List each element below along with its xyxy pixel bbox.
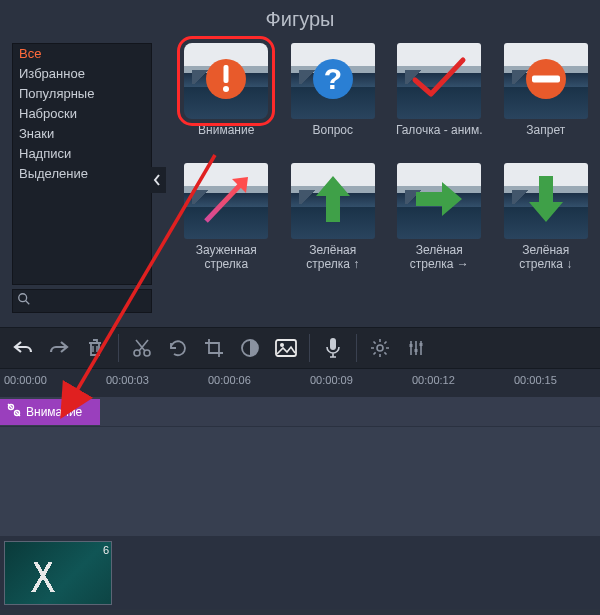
timeline-ruler[interactable]: 00:00:00 00:00:03 00:00:06 00:00:09 00:0… (0, 369, 600, 397)
question-icon: ? (311, 57, 355, 105)
title-clip-label: Внимание (26, 405, 82, 419)
color-adjust-button[interactable] (233, 331, 267, 365)
category-sketches[interactable]: Наброски (13, 104, 151, 124)
svg-line-9 (206, 183, 242, 221)
svg-point-0 (19, 294, 27, 302)
narrow-arrow-icon (196, 169, 256, 233)
undo-button[interactable] (6, 331, 40, 365)
title-track[interactable]: Внимание (0, 397, 600, 427)
shape-tile-arrow-down[interactable]: Зелёная стрелка ↓ (500, 163, 593, 273)
clip-duration: 6 (103, 544, 109, 556)
shape-grid: Внимание ? Вопрос Галочка - аним. (160, 43, 592, 273)
video-clip[interactable]: 6 (4, 541, 112, 605)
ruler-tick: 00:00:15 (514, 374, 557, 386)
exclamation-icon (204, 57, 248, 105)
shape-tile-checkmark[interactable]: Галочка - аним. (393, 43, 486, 153)
shape-caption: Запрет (526, 123, 565, 153)
svg-point-4 (223, 86, 229, 92)
svg-rect-17 (276, 340, 296, 356)
svg-rect-25 (415, 349, 418, 352)
category-signs[interactable]: Знаки (13, 124, 151, 144)
svg-rect-24 (410, 344, 413, 347)
arrow-down-icon (523, 172, 569, 230)
shape-caption: Галочка - аним. (396, 123, 483, 153)
timeline-tracks: Внимание 6 (0, 397, 600, 609)
shape-caption: Вопрос (312, 123, 353, 153)
shape-tile-arrow-up[interactable]: Зелёная стрелка ↑ (287, 163, 380, 273)
shape-tile-attention[interactable]: Внимание (180, 43, 273, 153)
arrow-up-icon (310, 172, 356, 230)
shape-caption: Зауженная стрелка (180, 243, 273, 273)
crop-button[interactable] (197, 331, 231, 365)
arrow-right-icon (412, 176, 466, 226)
search-input[interactable] (31, 294, 181, 308)
svg-text:?: ? (324, 62, 342, 95)
ruler-tick: 00:00:09 (310, 374, 353, 386)
shape-tile-narrow-arrow[interactable]: Зауженная стрелка (180, 163, 273, 273)
panel-title: Фигуры (0, 0, 600, 37)
svg-rect-8 (532, 76, 560, 83)
redo-button[interactable] (42, 331, 76, 365)
category-captions[interactable]: Надписи (13, 144, 151, 164)
ruler-tick: 00:00:12 (412, 374, 455, 386)
empty-track[interactable] (0, 427, 600, 537)
sliders-button[interactable] (399, 331, 433, 365)
shape-tile-arrow-right[interactable]: Зелёная стрелка → (393, 163, 486, 273)
scroll-left-button[interactable] (148, 167, 166, 193)
svg-rect-3 (224, 65, 229, 83)
image-button[interactable] (269, 331, 303, 365)
category-all[interactable]: Все (13, 44, 151, 64)
svg-line-1 (26, 301, 30, 305)
shape-caption: Зелёная стрелка ↑ (287, 243, 380, 273)
ruler-tick: 00:00:00 (4, 374, 47, 386)
timeline-toolbar (0, 327, 600, 369)
title-clip[interactable]: Внимание (0, 399, 100, 425)
svg-point-20 (377, 345, 383, 351)
no-entry-icon (524, 57, 568, 105)
category-list: Все Избранное Популярные Наброски Знаки … (12, 43, 152, 285)
ruler-tick: 00:00:06 (208, 374, 251, 386)
shape-browser: Все Избранное Популярные Наброски Знаки … (0, 37, 600, 327)
delete-button[interactable] (78, 331, 112, 365)
shape-caption: Внимание (198, 123, 254, 153)
mic-button[interactable] (316, 331, 350, 365)
shape-caption: Зелёная стрелка → (393, 243, 486, 273)
svg-rect-19 (330, 338, 336, 350)
settings-button[interactable] (363, 331, 397, 365)
category-popular[interactable]: Популярные (13, 84, 151, 104)
category-sidebar: Все Избранное Популярные Наброски Знаки … (0, 37, 160, 327)
checkmark-icon (409, 54, 469, 108)
category-highlight[interactable]: Выделение (13, 164, 151, 184)
svg-rect-26 (420, 343, 423, 346)
ruler-tick: 00:00:03 (106, 374, 149, 386)
shape-tile-question[interactable]: ? Вопрос (287, 43, 380, 153)
category-favorites[interactable]: Избранное (13, 64, 151, 84)
shape-grid-wrap: Внимание ? Вопрос Галочка - аним. (160, 37, 600, 327)
search-icon (17, 292, 31, 310)
shape-caption: Зелёная стрелка ↓ (500, 243, 593, 273)
search-row (12, 289, 152, 313)
title-clip-icon (6, 402, 22, 421)
rotate-button[interactable] (161, 331, 195, 365)
svg-point-18 (280, 343, 284, 347)
video-track[interactable]: 6 (0, 537, 600, 609)
shape-tile-prohibit[interactable]: Запрет (500, 43, 593, 153)
cut-button[interactable] (125, 331, 159, 365)
